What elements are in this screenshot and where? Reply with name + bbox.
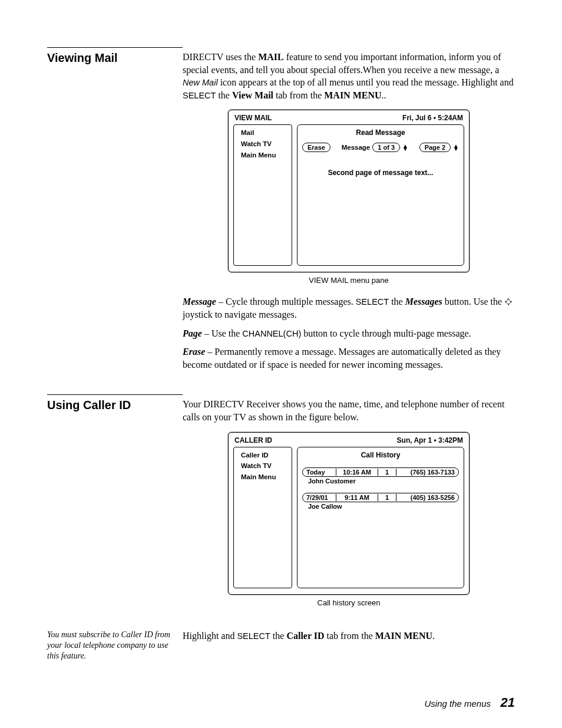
page-explain: Page – Use the CHANNEL(CH) button to cyc… [183, 327, 515, 340]
panel-title: VIEW MAIL [234, 114, 272, 122]
sidebar-item-main-menu[interactable]: Main Menu [237, 472, 288, 483]
sidebar-item-caller-id[interactable]: Caller ID [237, 450, 288, 461]
joystick-icon [504, 298, 513, 306]
message-control[interactable]: Message 1 of 3 [342, 143, 408, 152]
figure-caption: VIEW MAIL menu pane [309, 276, 388, 285]
message-label: Message [342, 144, 371, 151]
sidebar-item-watch-tv[interactable]: Watch TV [237, 461, 288, 472]
page-footer: Using the menus 21 [425, 695, 515, 710]
page-control[interactable]: Page 2 [419, 143, 459, 152]
call-count: 1 [381, 494, 394, 501]
section-callerid-footer: You must subscribe to Caller ID from you… [47, 630, 515, 662]
section-viewing-mail: Viewing Mail DIRECTV uses the MAIL featu… [47, 47, 515, 377]
page-label: Page 2 [419, 143, 451, 152]
erase-button[interactable]: Erase [302, 143, 330, 152]
sidenote-col: You must subscribe to Caller ID from you… [47, 630, 183, 662]
message-explain: Message – Cycle through multiple message… [183, 295, 515, 321]
section-body: Your DIRECTV Receiver shows you the name… [183, 394, 515, 617]
figure-caption: Call history screen [318, 598, 381, 607]
callerid-intro: Your DIRECTV Receiver shows you the name… [183, 398, 515, 423]
call-phone: (405) 163-5256 [399, 494, 455, 501]
svg-point-0 [507, 300, 511, 304]
panel-main: Call History Today 10:16 AM 1 (765) 163-… [297, 447, 464, 588]
message-body: Second page of message text... [302, 169, 459, 177]
call-date: Today [306, 469, 333, 476]
panel-datetime: Fri, Jul 6 • 5:24AM [402, 114, 463, 122]
closing-paragraph: Highlight and SELECT the Caller ID tab f… [183, 630, 515, 643]
sidebar-item-watch-tv[interactable]: Watch TV [237, 139, 288, 150]
heading-viewing-mail: Viewing Mail [47, 51, 183, 65]
main-heading: Read Message [302, 129, 459, 137]
footer-page-number: 21 [501, 695, 515, 710]
heading-col: Using Caller ID [47, 394, 183, 412]
svg-marker-2 [508, 305, 510, 306]
call-name: John Customer [302, 477, 459, 485]
svg-marker-1 [508, 298, 510, 299]
call-row[interactable]: 7/29/01 9:11 AM 1 (405) 163-5256 Joe Cal… [302, 493, 459, 510]
main-heading: Call History [302, 451, 459, 459]
panel-main: Read Message Erase Message 1 of 3 Page 2 [297, 124, 464, 266]
intro-paragraph: DIRECTV uses the MAIL feature to send yo… [183, 51, 515, 101]
call-name: Joe Callow [302, 502, 459, 510]
message-count: 1 of 3 [372, 143, 400, 152]
call-phone: (765) 163-7133 [399, 469, 455, 476]
call-time: 10:16 AM [339, 469, 375, 476]
panel-title: CALLER ID [234, 436, 272, 444]
sidebar-item-mail[interactable]: Mail [237, 128, 288, 139]
footer-text: Using the menus [425, 699, 491, 709]
call-row[interactable]: Today 10:16 AM 1 (765) 163-7133 John Cus… [302, 467, 459, 485]
sidebar-item-main-menu[interactable]: Main Menu [237, 150, 288, 161]
call-count: 1 [381, 469, 394, 476]
page-arrows-icon [453, 144, 459, 151]
svg-marker-3 [505, 301, 506, 303]
erase-explain: Erase – Permanently remove a message. Me… [183, 345, 515, 371]
panel-titlebar: CALLER ID Sun, Apr 1 • 3:42PM [233, 436, 464, 447]
control-row: Erase Message 1 of 3 Page 2 [302, 143, 459, 152]
panel-sidebar: Mail Watch TV Main Menu [233, 124, 292, 266]
figure-caller-id: CALLER ID Sun, Apr 1 • 3:42PM Caller ID … [183, 432, 515, 607]
section-body: DIRECTV uses the MAIL feature to send yo… [183, 47, 515, 377]
message-arrows-icon [402, 144, 408, 151]
call-date: 7/29/01 [306, 494, 333, 501]
call-time: 9:11 AM [339, 494, 375, 501]
panel-datetime: Sun, Apr 1 • 3:42PM [397, 436, 463, 444]
svg-marker-4 [511, 301, 512, 303]
caller-id-panel: CALLER ID Sun, Apr 1 • 3:42PM Caller ID … [228, 432, 470, 595]
view-mail-panel: VIEW MAIL Fri, Jul 6 • 5:24AM Mail Watch… [228, 110, 470, 272]
heading-col: Viewing Mail [47, 47, 183, 65]
panel-sidebar: Caller ID Watch TV Main Menu [233, 447, 292, 588]
closing-body: Highlight and SELECT the Caller ID tab f… [183, 630, 515, 648]
heading-using-caller-id: Using Caller ID [47, 398, 183, 412]
section-using-caller-id: Using Caller ID Your DIRECTV Receiver sh… [47, 394, 515, 617]
sidenote: You must subscribe to Caller ID from you… [47, 630, 183, 662]
figure-view-mail: VIEW MAIL Fri, Jul 6 • 5:24AM Mail Watch… [183, 110, 515, 285]
panel-titlebar: VIEW MAIL Fri, Jul 6 • 5:24AM [233, 114, 464, 124]
